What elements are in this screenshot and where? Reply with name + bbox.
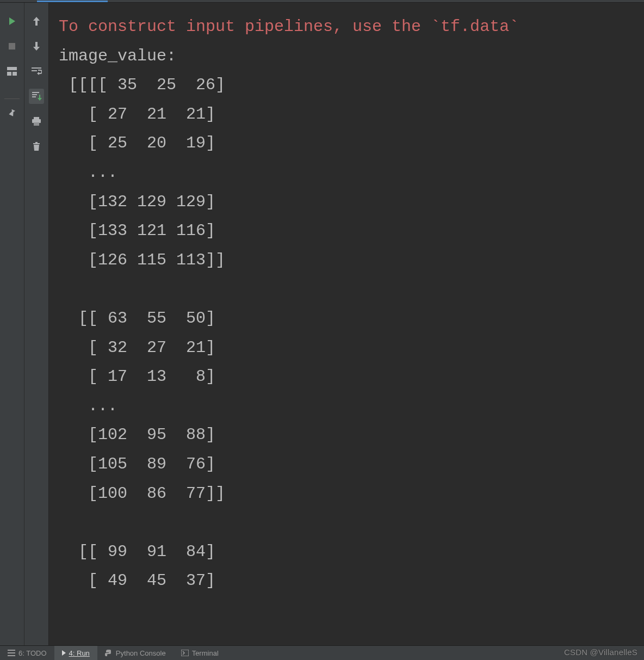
status-tab-label: 6: TODO (18, 649, 47, 657)
pin-icon[interactable] (4, 106, 20, 121)
status-bar: 6: TODO 4: Run Python Console Terminal (0, 645, 644, 660)
svg-rect-8 (32, 96, 36, 97)
status-tab-label: 4: Run (69, 649, 90, 657)
left-tool-gutter (0, 3, 24, 645)
svg-rect-7 (32, 94, 37, 95)
svg-rect-1 (7, 67, 17, 70)
status-tab-label: Terminal (192, 649, 219, 657)
console-text: To construct input pipelines, use the `t… (59, 13, 634, 596)
svg-rect-12 (33, 143, 40, 144)
status-tab-todo[interactable]: 6: TODO (0, 646, 54, 660)
scroll-to-end-icon[interactable] (29, 89, 44, 104)
gutter-divider (4, 98, 20, 99)
svg-rect-3 (13, 72, 17, 76)
run-tab-icon (62, 650, 66, 656)
svg-rect-9 (34, 117, 39, 119)
layout-icon[interactable] (4, 64, 20, 79)
svg-rect-15 (8, 652, 15, 653)
svg-rect-5 (32, 70, 37, 71)
svg-rect-16 (8, 655, 15, 656)
svg-rect-11 (34, 122, 39, 126)
run-icon[interactable] (4, 14, 20, 29)
svg-rect-0 (9, 43, 15, 50)
svg-rect-4 (32, 67, 41, 69)
svg-rect-6 (32, 92, 39, 93)
status-tab-run[interactable]: 4: Run (54, 646, 97, 660)
svg-rect-13 (35, 142, 38, 143)
svg-rect-10 (32, 119, 41, 123)
svg-rect-14 (8, 650, 15, 651)
output-label: image_value: (59, 47, 176, 65)
mid-tool-gutter (24, 3, 49, 645)
array-output: [[[[ 35 25 26] [ 27 21 21] [ 25 20 19] .… (59, 76, 225, 590)
console-output[interactable]: To construct input pipelines, use the `t… (49, 3, 644, 645)
status-tab-python-console[interactable]: Python Console (97, 646, 174, 660)
status-tab-label: Python Console (116, 649, 166, 657)
warning-line: To construct input pipelines, use the `t… (59, 17, 519, 36)
soft-wrap-icon[interactable] (29, 64, 44, 79)
arrow-up-icon[interactable] (29, 14, 44, 29)
print-icon[interactable] (29, 114, 44, 129)
active-tab-indicator (37, 1, 108, 2)
svg-rect-2 (7, 72, 11, 76)
stop-icon[interactable] (4, 39, 20, 54)
status-tab-terminal[interactable]: Terminal (174, 646, 226, 660)
arrow-down-icon[interactable] (29, 39, 44, 54)
trash-icon[interactable] (29, 139, 44, 154)
watermark: CSDN @VillanelleS (564, 647, 637, 657)
